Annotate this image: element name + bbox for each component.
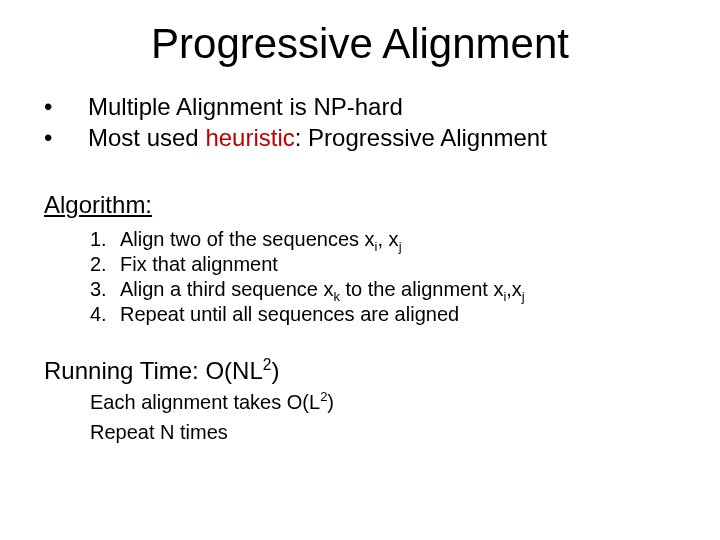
bullet-item: • Most used heuristic: Progressive Align… [44,124,690,153]
step-number: 2. [90,252,120,277]
text: Align a third sequence x [120,278,333,300]
step-text: Repeat until all sequences are aligned [120,302,459,327]
step-number: 3. [90,277,120,302]
text: ) [271,357,279,384]
text: ) [327,391,334,413]
text: ,x [506,278,522,300]
text: , x [378,228,399,250]
running-time: Running Time: O(NL2) [44,357,690,385]
text: Running Time: O(NL [44,357,263,384]
slide: Progressive Alignment • Multiple Alignme… [0,0,720,540]
text: Most used [88,124,205,151]
bullet-marker: • [44,124,88,153]
text: to the alignment x [340,278,503,300]
step-number: 4. [90,302,120,327]
step-item: 1. Align two of the sequences xi, xj [90,227,690,252]
running-time-detail: Repeat N times [90,419,690,445]
step-item: 4. Repeat until all sequences are aligne… [90,302,690,327]
text: : Progressive Alignment [295,124,547,151]
step-number: 1. [90,227,120,252]
slide-title: Progressive Alignment [30,0,690,93]
step-text: Fix that alignment [120,252,278,277]
highlight-text: heuristic [205,124,294,151]
subscript: j [522,289,525,304]
subscript: j [399,239,402,254]
algorithm-steps: 1. Align two of the sequences xi, xj 2. … [90,227,690,327]
step-item: 3. Align a third sequence xk to the alig… [90,277,690,302]
bullet-text: Most used heuristic: Progressive Alignme… [88,124,547,153]
step-text: Align two of the sequences xi, xj [120,227,402,252]
algorithm-heading: Algorithm: [44,191,690,219]
text: Multiple Alignment is NP-hard [88,93,403,120]
running-time-detail: Each alignment takes O(L2) [90,389,690,415]
step-item: 2. Fix that alignment [90,252,690,277]
text: Align two of the sequences x [120,228,375,250]
bullet-text: Multiple Alignment is NP-hard [88,93,403,122]
bullet-marker: • [44,93,88,122]
text: Each alignment takes O(L [90,391,320,413]
bullet-item: • Multiple Alignment is NP-hard [44,93,690,122]
step-text: Align a third sequence xk to the alignme… [120,277,525,302]
bullet-list: • Multiple Alignment is NP-hard • Most u… [30,93,690,153]
